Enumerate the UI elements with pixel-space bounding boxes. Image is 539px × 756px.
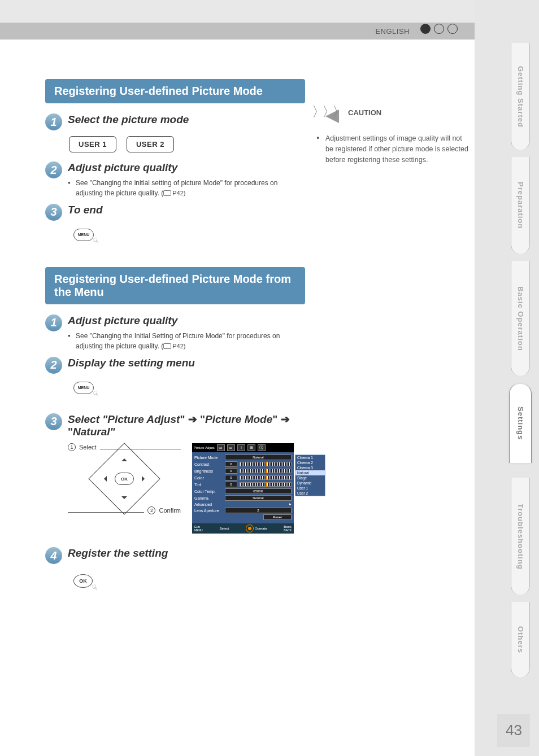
fig-confirm-label: Confirm — [159, 507, 181, 514]
tab-preparation[interactable]: Preparation — [511, 157, 530, 254]
osd-value: 0 — [225, 475, 237, 480]
s2-step3: 3 Select "Picture Adjust" ➔ "Picture Mod… — [45, 413, 305, 534]
nav-pad[interactable]: OK — [99, 453, 150, 504]
menu-button[interactable]: MENU ☟ — [73, 229, 94, 241]
dot-filled-icon — [420, 24, 431, 34]
arrow-up-icon — [121, 456, 127, 461]
hand-cursor-icon: ☟ — [92, 389, 100, 399]
ok-button[interactable]: OK ☟ — [73, 574, 93, 588]
osd-footer: ExitMENU Select Operate BackBACK — [192, 523, 294, 534]
step-number-icon: 2 — [45, 357, 62, 374]
s2-step1-bullet: See "Changing the Initial Setting of Pic… — [68, 331, 305, 351]
osd-popup-item: Cinema 2 — [295, 460, 325, 465]
tab-others[interactable]: Others — [511, 602, 530, 678]
hand-cursor-icon: ☟ — [91, 583, 99, 593]
osd-tabs: Picture Adjust ▭ ▭ ⁝ ⊞ ⓘ — [192, 443, 294, 452]
osd-tab-icon: ▭ — [227, 444, 235, 451]
osd-body: Picture ModeNatural Contrast0 Brightness… — [192, 452, 294, 523]
osd-label: Contrast — [194, 462, 223, 466]
fig-marker-2-icon: 2 — [147, 506, 155, 514]
caution-title: CAUTION — [348, 108, 381, 117]
tab-getting-started[interactable]: Getting Started — [511, 43, 530, 150]
page-ref: P42) — [172, 190, 185, 196]
page-ref-icon — [163, 190, 171, 196]
s2-step1: 1 Adjust picture quality See "Changing t… — [45, 314, 305, 351]
osd-label: Picture Mode — [194, 456, 223, 460]
step-number-icon: 4 — [45, 547, 62, 564]
osd-label: Color Temp. — [194, 490, 223, 493]
step-number-icon: 1 — [45, 113, 62, 130]
user1-button[interactable]: USER 1 — [69, 136, 116, 152]
osd-popup: Cinema 1Cinema 2Cinema 3NaturalStageDyna… — [295, 455, 325, 496]
main-content: Registering User-defined Picture Mode 1 … — [45, 79, 305, 592]
side-tabs: Getting Started Preparation Basic Operat… — [477, 0, 539, 756]
osd-value: 0 — [225, 482, 237, 487]
tab-basic-operation[interactable]: Basic Operation — [511, 261, 530, 376]
osd-label: Color — [194, 476, 223, 480]
t: Picture Adjust — [107, 413, 180, 425]
osd-tab-icon: ⊞ — [247, 444, 255, 451]
step-number-icon: 3 — [45, 413, 62, 430]
osd-popup-item: Natural — [295, 470, 325, 475]
tab-label: Others — [516, 626, 525, 653]
nav-ok-button[interactable]: OK — [115, 473, 134, 485]
menu-button[interactable]: MENU ☟ — [73, 382, 94, 394]
osd-label: Tint — [194, 483, 223, 487]
osd-screenshot: Picture Adjust ▭ ▭ ⁝ ⊞ ⓘ Picture ModeNat… — [192, 443, 294, 534]
osd-value: 0 — [225, 468, 237, 474]
tab-settings[interactable]: Settings — [509, 384, 532, 463]
osd-reset: Reset — [263, 514, 292, 520]
step-number-icon: 3 — [45, 204, 62, 221]
caution-box: 〉〉〉 CAUTION Adjustment settings of image… — [316, 102, 469, 165]
section1-header: Registering User-defined Picture Mode — [45, 79, 305, 103]
s2-step4-title: Register the setting — [68, 547, 305, 560]
s1-step2: 2 Adjust picture quality See "Changing t… — [45, 161, 305, 198]
s1-step3-title: To end — [68, 204, 305, 217]
joystick-icon — [246, 525, 254, 532]
osd-foot-operate: Operate — [255, 527, 267, 530]
user2-button[interactable]: USER 2 — [127, 136, 174, 152]
osd-slider — [240, 469, 292, 473]
t: " — [110, 426, 115, 438]
t: Natural — [73, 426, 110, 438]
s1-step2-bullet: See "Changing the initial setting of pic… — [68, 178, 305, 198]
fig-marker-1-icon: 1 — [68, 443, 76, 451]
s1-step1-title: Select the picture mode — [68, 113, 305, 126]
s1-step3: 3 To end — [45, 204, 305, 221]
osd-tab-active: Picture Adjust — [194, 446, 215, 449]
arrow-left-icon — [101, 476, 107, 482]
tab-label: Troubleshooting — [516, 504, 525, 570]
osd-popup-item: Dynamic — [295, 480, 325, 486]
megaphone-icon: 〉〉〉 — [316, 102, 342, 123]
osd-value: 6500K — [225, 488, 292, 494]
top-bar — [0, 0, 475, 23]
dot-outline-icon — [434, 24, 444, 34]
tab-label: Getting Started — [516, 66, 525, 128]
language-dots — [420, 24, 458, 34]
step-number-icon: 1 — [45, 314, 62, 331]
page-number: 43 — [506, 722, 522, 739]
s1-step1: 1 Select the picture mode — [45, 113, 305, 130]
tab-troubleshooting[interactable]: Troubleshooting — [511, 478, 530, 595]
osd-label: Gamma — [194, 496, 223, 500]
osd-tab-icon: ⁝ — [237, 444, 245, 451]
osd-foot-back-sub: BACK — [284, 528, 292, 532]
arrow-right-icon — [142, 476, 147, 482]
arrow-down-icon — [121, 496, 127, 502]
osd-tab-icon: ⓘ — [258, 444, 266, 451]
s2-step2: 2 Display the setting menu — [45, 357, 305, 374]
osd-foot-select: Select — [219, 527, 229, 530]
osd-popup-item: Cinema 1 — [295, 455, 325, 460]
osd-slider — [240, 462, 292, 466]
osd-value: 0 — [225, 461, 237, 467]
osd-value: Natural — [225, 455, 292, 460]
osd-value: 2 — [225, 508, 292, 513]
osd-label: Advanced — [194, 502, 223, 506]
menu-pill: MENU — [73, 382, 94, 394]
page-ref: P42) — [172, 343, 185, 349]
s2-step3-title: Select "Picture Adjust" ➔ "Picture Mode"… — [68, 413, 305, 439]
figure-row: 1 Select OK — [68, 443, 305, 534]
osd-slider — [240, 475, 292, 480]
s2-step4: 4 Register the setting — [45, 547, 305, 564]
osd-value: Normal — [225, 495, 292, 501]
